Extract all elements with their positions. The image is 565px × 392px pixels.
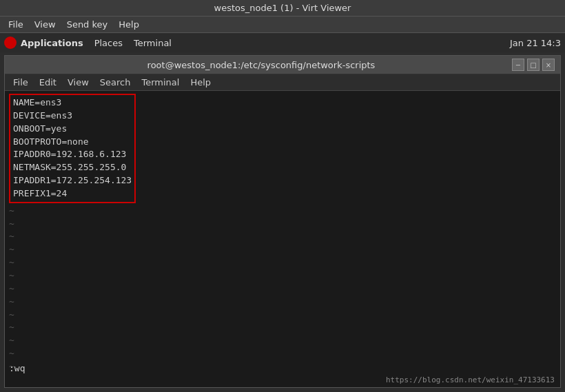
file-line-1: NAME=ens3 [13,96,132,110]
file-line-6: NETMASK=255.255.255.0 [13,161,132,174]
file-line-2: DEVICE=ens3 [13,110,132,123]
virt-menu-file[interactable]: File [3,18,29,31]
terminal-menu-search[interactable]: Search [94,76,136,89]
virt-menu-sendkey[interactable]: Send key [61,18,114,31]
terminal-window: root@westos_node1:/etc/sysconfig/network… [4,55,561,388]
tilde-line: ~ [9,205,556,218]
tilde-line: ~ [9,321,556,334]
virt-viewer-title: westos_node1 (1) - Virt Viewer [0,0,565,17]
gnome-panel: Applications Places Terminal Jan 21 14:3 [0,33,565,52]
tilde-line: ~ [9,256,556,269]
terminal-menu[interactable]: Terminal [134,38,172,48]
tilde-line: ~ [9,296,556,309]
terminal-menu-bar: File Edit View Search Terminal Help [5,74,560,91]
virt-menu-view[interactable]: View [29,18,61,31]
tilde-line: ~ [9,230,556,243]
applications-menu[interactable]: Applications [21,38,83,48]
file-line-5: IPADDR0=192.168.6.123 [13,148,132,161]
tilde-line: ~ [9,334,556,347]
virt-menu-help[interactable]: Help [113,18,145,31]
last-command-line: :wq [9,363,25,373]
minimize-button[interactable]: − [512,59,524,71]
tilde-line: ~ [9,243,556,256]
file-line-3: ONBOOT=yes [13,123,132,136]
tilde-lines: ~~~~~~~~~~~~~ [9,205,556,373]
file-line-7: IPADDR1=172.25.254.123 [13,174,132,187]
tilde-line: ~ [9,218,556,231]
redhat-icon [4,37,17,49]
terminal-content[interactable]: NAME=ens3 DEVICE=ens3 ONBOOT=yes BOOTPRO… [5,91,560,387]
file-line-4: BOOTPROTO=none [13,136,132,149]
places-menu[interactable]: Places [94,38,123,48]
close-button[interactable]: × [542,59,555,71]
tilde-line: ~ [9,347,556,360]
tilde-line: ~ [9,309,556,322]
terminal-menu-view[interactable]: View [62,76,94,89]
panel-datetime: Jan 21 14:3 [510,38,561,48]
terminal-title: root@westos_node1:/etc/sysconfig/network… [10,60,512,70]
maximize-button[interactable]: □ [527,59,540,71]
terminal-menu-help[interactable]: Help [185,76,216,89]
tilde-line: ~ [9,269,556,282]
window-controls: − □ × [512,59,555,71]
terminal-menu-file[interactable]: File [8,76,34,89]
file-content-block: NAME=ens3 DEVICE=ens3 ONBOOT=yes BOOTPRO… [9,94,136,203]
file-line-8: PREFIX1=24 [13,187,132,200]
terminal-title-bar: root@westos_node1:/etc/sysconfig/network… [5,56,560,74]
virt-viewer-menu: File View Send key Help [0,17,565,33]
terminal-menu-terminal[interactable]: Terminal [136,76,185,89]
tilde-line: ~ [9,360,556,373]
tilde-line: ~ [9,282,556,296]
status-bar-url: https://blog.csdn.net/weixin_47133613 [386,375,555,384]
terminal-menu-edit[interactable]: Edit [34,76,62,89]
